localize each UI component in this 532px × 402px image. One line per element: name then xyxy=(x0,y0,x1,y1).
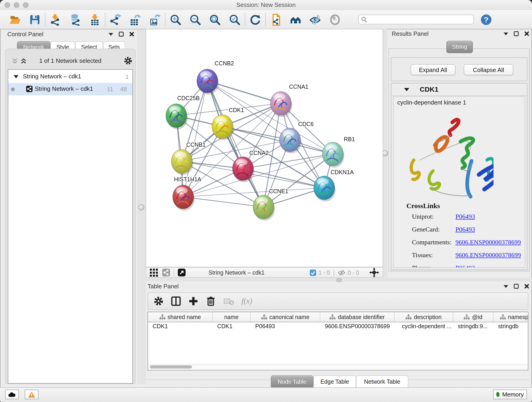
float-panel-icon[interactable] xyxy=(514,31,519,36)
export-image-icon[interactable] xyxy=(149,13,161,26)
warnings-button[interactable] xyxy=(25,390,38,399)
network-row-selected[interactable]: String Network – cdk1 11 48 xyxy=(8,83,133,95)
crosslink-link[interactable]: P06493 xyxy=(456,226,475,233)
open-session-icon[interactable] xyxy=(9,13,21,26)
node-label-CCNE1: CCNE1 xyxy=(269,188,288,194)
import-network-from-database-icon[interactable] xyxy=(69,13,81,26)
node-CCNA1[interactable] xyxy=(270,91,292,117)
zoom-selected-icon[interactable] xyxy=(229,13,241,26)
home-icon[interactable] xyxy=(290,13,302,26)
tab-edge-table[interactable]: Edge Table xyxy=(313,375,356,388)
help-icon[interactable]: ? xyxy=(480,13,492,26)
memory-button[interactable]: Memory xyxy=(493,390,527,399)
tab-node-table[interactable]: Node Table xyxy=(271,375,313,388)
zoom-out-icon[interactable] xyxy=(189,13,201,26)
add-column-icon[interactable] xyxy=(188,296,198,306)
edge-CCNB2-CCNE1[interactable] xyxy=(207,81,264,207)
node-label-HIST1H1A: HIST1H1A xyxy=(174,176,201,182)
import-table-from-file-icon[interactable] xyxy=(89,13,101,26)
table-row[interactable]: CDK1 CDK1 P06493 9606.ENSP00000378699 cy… xyxy=(148,322,528,332)
export-network-icon[interactable] xyxy=(109,13,121,26)
import-network-from-file-icon[interactable] xyxy=(50,13,61,26)
collapse-section-icon[interactable] xyxy=(404,88,409,92)
function-builder-button: f(x) xyxy=(241,297,252,306)
column-header[interactable]: database identifier xyxy=(320,312,394,322)
panel-menu-icon[interactable] xyxy=(109,32,113,36)
control-panel: Control Panel Network Style Select Sets … xyxy=(3,29,137,384)
hide-unselected-icon[interactable] xyxy=(309,13,321,26)
column-header[interactable]: name xyxy=(213,312,251,322)
cell-canonical-name[interactable]: P06493 xyxy=(251,322,320,332)
panel-menu-icon[interactable] xyxy=(504,284,508,288)
tab-network-table[interactable]: Network Table xyxy=(356,375,408,388)
show-all-icon[interactable] xyxy=(329,13,341,26)
node-CCNB2[interactable] xyxy=(197,69,219,95)
zoom-fit-icon[interactable] xyxy=(209,13,221,26)
horizontal-splitter[interactable] xyxy=(146,278,532,281)
open-in-window-icon[interactable] xyxy=(178,269,186,276)
node-CCNE1[interactable] xyxy=(253,195,275,221)
share-document-icon[interactable] xyxy=(270,13,282,26)
cell-database-identifier[interactable]: 9606.ENSP00000378699 xyxy=(320,322,394,332)
column-header[interactable]: namespace xyxy=(494,312,528,322)
vertical-splitter-right[interactable] xyxy=(383,29,387,278)
delete-column-icon[interactable] xyxy=(206,296,216,306)
network-edge-count: 48 xyxy=(120,86,127,93)
network-graph[interactable]: CCNB2CCNA1CDC25BCDK1CDC6RB1CCNB1CCNA2CDK… xyxy=(146,29,383,267)
string-badge-icon[interactable] xyxy=(162,269,170,276)
refresh-icon[interactable] xyxy=(249,13,261,26)
close-panel-icon[interactable] xyxy=(524,284,529,289)
protein-card-header[interactable]: CDK1 xyxy=(391,83,527,96)
column-header[interactable]: @id xyxy=(453,312,494,322)
zoom-in-icon[interactable] xyxy=(170,13,181,26)
cell-description[interactable]: cyclin-dependent ... xyxy=(394,322,453,332)
crosslink-row: GeneCard:P06493 xyxy=(412,226,440,233)
node-CDC6[interactable] xyxy=(279,128,302,153)
node-CCNB1[interactable] xyxy=(171,149,193,175)
horizontal-scrollbar[interactable] xyxy=(148,364,528,370)
crosslink-link[interactable]: 9606.ENSP00000378699 xyxy=(456,239,521,246)
float-panel-icon[interactable] xyxy=(119,32,124,37)
tab-string[interactable]: String xyxy=(446,41,473,53)
node-CDK1[interactable] xyxy=(212,115,234,140)
column-header[interactable]: description xyxy=(394,312,453,322)
close-panel-icon[interactable] xyxy=(129,32,134,37)
network-canvas[interactable]: CCNB2CCNA1CDC25BCDK1CDC6RB1CCNB1CCNA2CDK… xyxy=(146,29,383,267)
expand-all-button[interactable]: Expand All xyxy=(411,64,456,75)
vertical-splitter-left[interactable] xyxy=(137,29,146,384)
close-panel-icon[interactable] xyxy=(524,31,529,36)
column-header[interactable]: shared name xyxy=(148,312,213,322)
node-CDKN1A[interactable] xyxy=(314,176,336,202)
tree-expander-icon[interactable] xyxy=(14,75,18,78)
collapse-all-button[interactable]: Collapse All xyxy=(464,64,513,75)
cell-namespace[interactable]: stringdb xyxy=(494,322,528,332)
hidden-eye-icon[interactable] xyxy=(338,269,346,276)
edge-HIST1H1A-CCNE1[interactable] xyxy=(183,197,264,207)
grid-mode-icon[interactable] xyxy=(150,268,158,277)
cloud-status-button[interactable] xyxy=(5,390,19,399)
export-table-icon[interactable] xyxy=(129,13,141,26)
panel-menu-icon[interactable] xyxy=(504,32,508,36)
show-columns-icon[interactable] xyxy=(171,296,181,306)
cell-name[interactable]: CDK1 xyxy=(213,322,251,332)
table-settings-gear-icon[interactable] xyxy=(153,296,164,306)
search-input[interactable] xyxy=(358,15,474,24)
crosslink-link[interactable]: P06493 xyxy=(456,264,475,268)
selected-checkbox-icon[interactable] xyxy=(310,269,316,276)
cell-shared-name[interactable]: CDK1 xyxy=(148,322,213,332)
column-header[interactable]: canonical name xyxy=(251,312,320,322)
gear-icon[interactable] xyxy=(124,56,133,65)
sitemap-icon xyxy=(159,314,165,319)
node-CDC25B[interactable] xyxy=(166,104,188,129)
cell-id[interactable]: stringdb:9... xyxy=(453,322,494,332)
network-collection-row[interactable]: String Network – cdk1 1 xyxy=(8,70,133,83)
save-session-icon[interactable] xyxy=(29,13,41,26)
node-CCNA2[interactable] xyxy=(233,157,254,182)
node-RB1[interactable] xyxy=(322,142,344,168)
scrollbar-thumb[interactable] xyxy=(150,365,192,369)
float-panel-icon[interactable] xyxy=(514,284,519,289)
crosslink-link[interactable]: 9606.ENSP00000378699 xyxy=(456,252,521,259)
crosslink-link[interactable]: P06493 xyxy=(456,213,475,220)
splitter-handle[interactable] xyxy=(138,204,144,211)
pan-crosshair-icon[interactable] xyxy=(369,268,379,277)
